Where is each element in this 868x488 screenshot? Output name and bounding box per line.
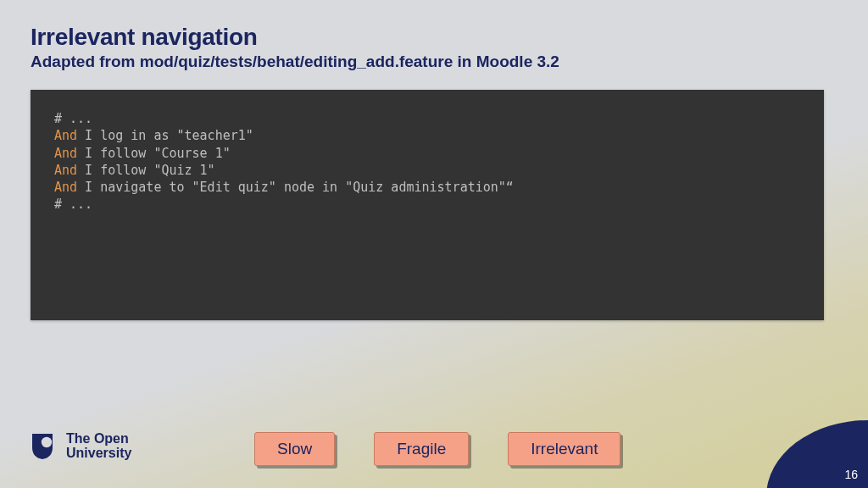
code-line: And I follow "Quiz 1" bbox=[54, 162, 800, 179]
button-row: Slow Fragile Irrelevant bbox=[254, 432, 620, 466]
page-number: 16 bbox=[844, 468, 858, 481]
code-line: And I navigate to "Edit quiz" node in "Q… bbox=[54, 179, 800, 196]
code-line: # ... bbox=[54, 110, 800, 127]
svg-point-0 bbox=[42, 437, 52, 447]
slide: Irrelevant navigation Adapted from mod/q… bbox=[0, 0, 868, 488]
code-line: # ... bbox=[54, 196, 800, 213]
fragile-button[interactable]: Fragile bbox=[374, 432, 469, 466]
shield-icon bbox=[31, 432, 59, 461]
open-university-logo: The Open University bbox=[31, 432, 131, 461]
code-block: # ... And I log in as "teacher1" And I f… bbox=[31, 90, 824, 320]
logo-text: The Open University bbox=[66, 432, 131, 461]
slide-title: Irrelevant navigation bbox=[31, 24, 258, 51]
irrelevant-button[interactable]: Irrelevant bbox=[508, 432, 620, 466]
slow-button[interactable]: Slow bbox=[254, 432, 335, 466]
code-line: And I follow "Course 1" bbox=[54, 145, 800, 162]
code-line: And I log in as "teacher1" bbox=[54, 127, 800, 144]
slide-subtitle: Adapted from mod/quiz/tests/behat/editin… bbox=[31, 53, 559, 71]
